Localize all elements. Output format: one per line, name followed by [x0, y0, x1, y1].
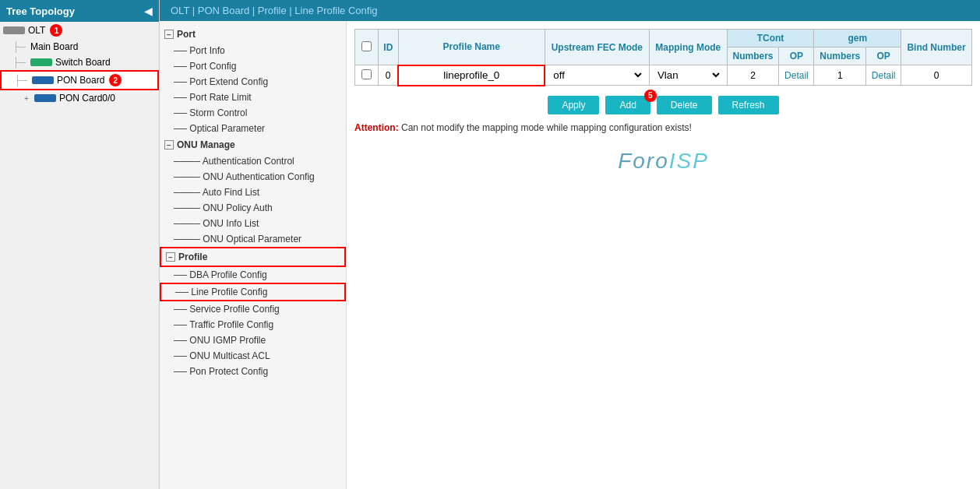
watermark: ForoISP	[354, 149, 972, 174]
nav-item-onu-optical-param[interactable]: ──── ONU Optical Parameter	[160, 231, 346, 247]
attention-message: Can not modify the mapping mode while ma…	[401, 122, 692, 133]
nav-item-port-info[interactable]: ── Port Info	[160, 43, 346, 58]
nav-item-port-rate-limit[interactable]: ── Port Rate Limit	[160, 90, 346, 105]
row-checkbox-cell	[355, 65, 379, 86]
th-checkbox	[355, 30, 379, 65]
pon-card-label: PON Card0/0	[59, 93, 115, 104]
gem-detail-link[interactable]: Detail	[872, 70, 896, 81]
tree-item-pon-card[interactable]: + PON Card0/0	[0, 90, 159, 106]
th-bind-number: Bind Number	[901, 30, 972, 65]
th-gem-group: gem	[814, 30, 901, 47]
breadcrumb: OLT | PON Board | Profile | Line Profile…	[160, 0, 980, 21]
th-upstream-fec: Upstream FEC Mode	[545, 30, 649, 65]
row-gem-numbers: 1	[814, 65, 866, 86]
tree-item-switch-board[interactable]: ├─ Switch Board	[0, 55, 159, 70]
tree-item-main-board[interactable]: ├─ Main Board	[0, 39, 159, 55]
breadcrumb-olt: OLT	[171, 5, 189, 16]
row-profile-name-cell	[398, 65, 545, 86]
th-profile-name: Profile Name	[398, 30, 545, 65]
content-body: − Port ── Port Info ── Port Config ── Po…	[160, 21, 980, 489]
nav-item-auth-control[interactable]: ──── Authentication Control	[160, 153, 346, 169]
nav-item-line-profile[interactable]: ── Line Profile Config	[160, 283, 346, 301]
sidebar-title: Tree Topology ◀	[0, 0, 159, 22]
nav-section-port-title[interactable]: − Port	[160, 26, 346, 43]
nav-section-port: − Port ── Port Info ── Port Config ── Po…	[160, 26, 346, 136]
nav-item-onu-auth-config[interactable]: ──── ONU Authentication Config	[160, 169, 346, 185]
nav-section-profile: − Profile ── DBA Profile Config ── Line …	[160, 247, 346, 379]
row-upstream-fec: off on	[545, 65, 649, 86]
pon-badge: 2	[109, 74, 122, 86]
tcont-detail-link[interactable]: Detail	[784, 70, 809, 81]
breadcrumb-line-profile: Line Profile Config	[294, 5, 377, 16]
th-mapping-mode: Mapping Mode	[649, 30, 727, 65]
row-tcont-numbers: 2	[727, 65, 779, 86]
nav-item-auto-find-list[interactable]: ──── Auto Find List	[160, 185, 346, 200]
add-button[interactable]: Add	[605, 96, 650, 114]
pon-icon	[32, 76, 54, 84]
row-checkbox[interactable]	[361, 69, 372, 79]
attention-area: Attention: Can not modify the mapping mo…	[354, 122, 972, 133]
nav-item-optical-parameter[interactable]: ── Optical Parameter	[160, 121, 346, 136]
tree-item-olt[interactable]: OLT 1	[0, 22, 159, 39]
nav-section-profile-title[interactable]: − Profile	[160, 247, 346, 267]
pon-board-label: PON Board	[57, 75, 104, 86]
nav-item-service-profile[interactable]: ── Service Profile Config	[160, 301, 346, 317]
apply-button[interactable]: Apply	[548, 96, 599, 114]
nav-item-traffic-profile[interactable]: ── Traffic Profile Config	[160, 317, 346, 332]
nav-item-dba-profile[interactable]: ── DBA Profile Config	[160, 267, 346, 283]
nav-section-onu-manage-title[interactable]: − ONU Manage	[160, 136, 346, 153]
right-panel: ID Profile Name Upstream FEC Mode Mappin…	[347, 21, 980, 489]
olt-badge: 1	[50, 24, 62, 37]
left-nav: − Port ── Port Info ── Port Config ── Po…	[160, 21, 347, 489]
th-tcont-group: TCont	[727, 30, 814, 47]
add-button-wrapper: Add 5	[605, 96, 650, 114]
nav-item-onu-multicast[interactable]: ── ONU Multicast ACL	[160, 348, 346, 364]
sidebar-collapse-button[interactable]: ◀	[144, 5, 153, 17]
nav-item-port-config[interactable]: ── Port Config	[160, 58, 346, 74]
main-board-label: Main Board	[30, 41, 78, 52]
row-id: 0	[379, 65, 399, 86]
row-gem-op: Detail	[866, 65, 901, 86]
upstream-fec-select[interactable]: off on	[550, 69, 644, 82]
port-collapse-icon: −	[164, 30, 174, 39]
breadcrumb-profile: Profile	[258, 5, 287, 16]
th-id: ID	[379, 30, 399, 65]
add-badge: 5	[644, 90, 657, 102]
mapping-mode-select[interactable]: Vlan Gem GemPort	[654, 69, 722, 82]
row-bind-number: 0	[901, 65, 972, 86]
onu-manage-label: ONU Manage	[177, 139, 235, 150]
switch-icon	[30, 58, 52, 66]
nav-item-onu-info-list[interactable]: ──── ONU Info List	[160, 216, 346, 231]
card-icon	[34, 94, 56, 102]
sidebar-title-label: Tree Topology	[6, 5, 75, 17]
th-tcont-op: OP	[779, 47, 814, 65]
action-buttons: Apply Add 5 Delete Refresh	[354, 96, 972, 114]
row-mapping-mode: Vlan Gem GemPort	[649, 65, 727, 86]
th-tcont-numbers: Numbers	[727, 47, 779, 65]
profile-collapse-icon: −	[166, 252, 175, 262]
select-all-checkbox[interactable]	[361, 41, 372, 51]
port-label: Port	[177, 29, 196, 40]
content-area: OLT | PON Board | Profile | Line Profile…	[160, 0, 980, 489]
profile-name-input[interactable]	[404, 69, 539, 81]
profile-table: ID Profile Name Upstream FEC Mode Mappin…	[354, 29, 972, 86]
th-gem-op: OP	[866, 47, 901, 65]
olt-icon	[3, 26, 25, 34]
table-row: 0 off on	[355, 65, 972, 86]
onu-manage-collapse-icon: −	[164, 140, 174, 150]
profile-label: Profile	[178, 252, 207, 262]
nav-section-onu-manage: − ONU Manage ──── Authentication Control…	[160, 136, 346, 247]
delete-button[interactable]: Delete	[657, 96, 712, 114]
nav-item-port-extend-config[interactable]: ── Port Extend Config	[160, 74, 346, 90]
nav-item-onu-policy-auth[interactable]: ──── ONU Policy Auth	[160, 200, 346, 216]
nav-item-storm-control[interactable]: ── Storm Control	[160, 105, 346, 121]
refresh-button[interactable]: Refresh	[718, 96, 779, 114]
breadcrumb-pon-board: PON Board	[198, 5, 249, 16]
switch-board-label: Switch Board	[55, 57, 111, 68]
tree-item-pon-board[interactable]: ├─ PON Board 2	[0, 70, 159, 90]
th-gem-numbers: Numbers	[814, 47, 866, 65]
nav-item-pon-protect[interactable]: ── Pon Protect Config	[160, 364, 346, 379]
row-tcont-op: Detail	[779, 65, 814, 86]
nav-item-onu-igmp[interactable]: ── ONU IGMP Profile	[160, 332, 346, 348]
sidebar: Tree Topology ◀ OLT 1 ├─ Main Board ├─ S…	[0, 0, 160, 489]
